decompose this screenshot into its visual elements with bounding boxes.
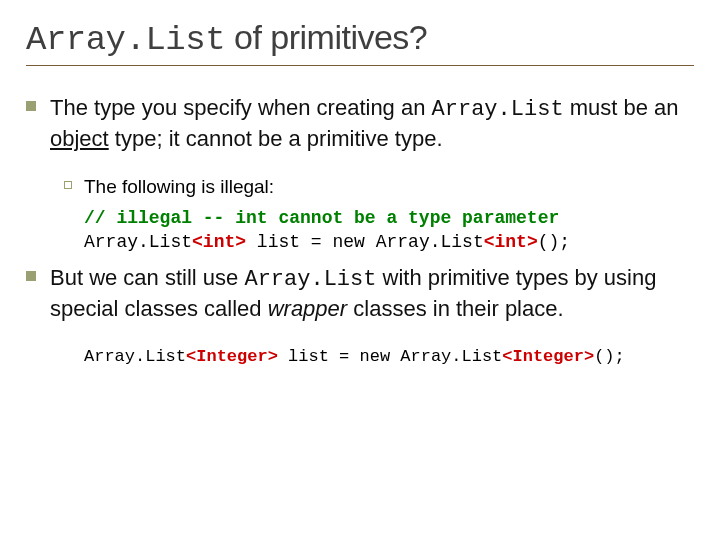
b1-underlined: object	[50, 126, 109, 151]
code1-comment: // illegal -- int cannot be a type param…	[84, 208, 559, 228]
code1-c: list = new Array.List	[246, 232, 484, 252]
bullet-1: The type you specify when creating an Ar…	[26, 94, 694, 153]
b2-post: classes in their place.	[347, 296, 563, 321]
code1-d: <int>	[484, 232, 538, 252]
b2-italic: wrapper	[268, 296, 347, 321]
hollow-square-bullet-icon	[64, 181, 72, 189]
slide-content: The type you specify when creating an Ar…	[26, 66, 694, 369]
b1-code: Array.List	[432, 97, 564, 122]
b2-pre: But we can still use	[50, 265, 244, 290]
code1-e: ();	[538, 232, 570, 252]
b1-mid: must be an	[564, 95, 679, 120]
code1-b: <int>	[192, 232, 246, 252]
code2-a: Array.List	[84, 347, 186, 366]
bullet-2-text: But we can still use Array.List with pri…	[50, 264, 694, 323]
code2-d: <Integer>	[502, 347, 594, 366]
b1-pre: The type you specify when creating an	[50, 95, 432, 120]
sub-bullet-1-text: The following is illegal:	[84, 175, 274, 200]
bullet-2: But we can still use Array.List with pri…	[26, 264, 694, 323]
code-block-1: // illegal -- int cannot be a type param…	[84, 206, 694, 255]
title-rest: of primitives?	[225, 18, 427, 56]
square-bullet-icon	[26, 271, 36, 281]
b1-post: type; it cannot be a primitive type.	[109, 126, 443, 151]
code2-e: ();	[594, 347, 625, 366]
code-block-2: Array.List<Integer> list = new Array.Lis…	[84, 346, 694, 369]
slide-title: Array.List of primitives?	[26, 18, 694, 66]
square-bullet-icon	[26, 101, 36, 111]
sub-bullet-1: The following is illegal:	[64, 175, 694, 200]
bullet-1-text: The type you specify when creating an Ar…	[50, 94, 694, 153]
b2-code: Array.List	[244, 267, 376, 292]
code2-b: <Integer>	[186, 347, 278, 366]
title-code: Array.List	[26, 21, 225, 59]
code1-a: Array.List	[84, 232, 192, 252]
code2-c: list = new Array.List	[278, 347, 502, 366]
